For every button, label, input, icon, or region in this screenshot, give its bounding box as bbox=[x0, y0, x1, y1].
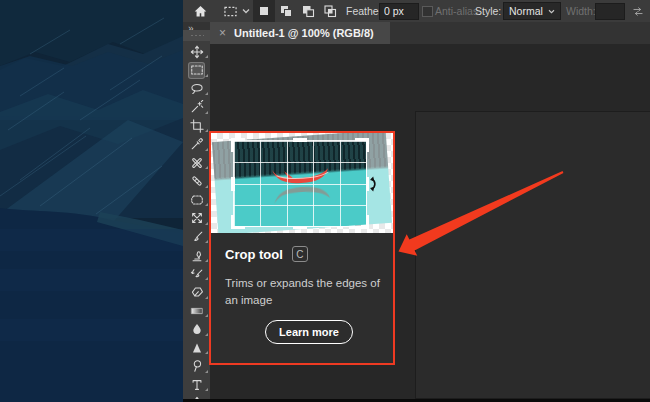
document-canvas[interactable] bbox=[415, 111, 650, 399]
crop-handle bbox=[231, 177, 235, 191]
style-select-value: Normal bbox=[509, 5, 543, 17]
lasso-icon bbox=[190, 82, 204, 96]
blur-tool[interactable] bbox=[189, 322, 204, 337]
crop-handle bbox=[231, 138, 245, 152]
desktop-wallpaper bbox=[0, 0, 183, 402]
gradient-tool[interactable] bbox=[189, 303, 204, 318]
spot-healing-icon bbox=[190, 156, 204, 170]
marquee-preset-icon bbox=[223, 5, 238, 18]
history-brush-icon bbox=[190, 267, 204, 281]
crop-handle bbox=[293, 138, 307, 142]
workspace-exchange-button[interactable] bbox=[631, 0, 645, 22]
options-bar: Feather: Anti-alias Style: Normal Width: bbox=[183, 0, 650, 23]
tab-close-icon[interactable]: × bbox=[219, 27, 226, 39]
crop-handle bbox=[231, 215, 245, 229]
rotate-cursor-icon bbox=[367, 175, 379, 193]
anti-alias-checkbox[interactable] bbox=[422, 6, 433, 17]
width-label: Width: bbox=[566, 5, 596, 17]
water-drop-icon bbox=[190, 322, 204, 336]
intersect-selection-button[interactable] bbox=[319, 0, 341, 22]
document-tab-bar: » × Untitled-1 @ 100% (RGB/8) bbox=[183, 22, 650, 44]
patch-tool[interactable] bbox=[189, 192, 204, 207]
grip-dots-icon bbox=[190, 34, 204, 38]
style-label: Style: bbox=[475, 5, 501, 17]
learn-more-button[interactable]: Learn more bbox=[265, 320, 353, 344]
crossed-arrows-icon bbox=[190, 211, 204, 225]
chevron-down-icon bbox=[548, 9, 555, 14]
new-selection-icon bbox=[256, 3, 272, 19]
type-icon bbox=[190, 378, 204, 392]
content-aware-move-tool[interactable] bbox=[189, 211, 204, 226]
add-to-selection-button[interactable] bbox=[275, 0, 297, 22]
tooltip-preview-image bbox=[211, 133, 393, 233]
patch-icon bbox=[190, 193, 204, 207]
eyedropper-icon bbox=[190, 137, 204, 151]
crop-bounding-box bbox=[233, 140, 367, 227]
selection-mode-group bbox=[253, 0, 341, 22]
crop-tool-tooltip: Crop tool C Trims or expands the edges o… bbox=[209, 131, 395, 365]
spot-healing-brush-tool[interactable] bbox=[189, 155, 204, 170]
crop-tool[interactable] bbox=[189, 118, 204, 133]
clone-stamp-tool[interactable] bbox=[189, 248, 204, 263]
wallpaper-mountains-image bbox=[0, 0, 183, 402]
healing-brush-tool[interactable] bbox=[189, 174, 204, 189]
history-brush-tool[interactable] bbox=[189, 266, 204, 281]
subtract-from-selection-button[interactable] bbox=[297, 0, 319, 22]
add-to-selection-icon bbox=[278, 3, 294, 19]
shortcut-key-badge: C bbox=[292, 246, 308, 262]
screenshot-root: Feather: Anti-alias Style: Normal Width: bbox=[0, 0, 650, 402]
photoshop-window: Feather: Anti-alias Style: Normal Width: bbox=[183, 0, 650, 402]
tool-preset-button[interactable] bbox=[223, 0, 250, 22]
crop-handle bbox=[355, 215, 369, 229]
style-select[interactable]: Normal bbox=[503, 2, 561, 20]
dodge-icon bbox=[190, 359, 204, 373]
new-selection-button[interactable] bbox=[253, 0, 275, 22]
exchange-arrows-icon bbox=[631, 5, 645, 18]
eraser-tool[interactable] bbox=[189, 285, 204, 300]
home-button[interactable] bbox=[193, 0, 208, 22]
crop-handle bbox=[293, 226, 307, 230]
document-tab[interactable]: × Untitled-1 @ 100% (RGB/8) bbox=[210, 22, 390, 44]
magic-wand-tool[interactable] bbox=[189, 100, 204, 115]
tool-palette bbox=[183, 30, 210, 399]
dodge-tool[interactable] bbox=[189, 359, 204, 374]
feather-input[interactable] bbox=[379, 3, 419, 20]
eraser-icon bbox=[190, 285, 204, 299]
move-tool[interactable] bbox=[189, 44, 204, 59]
tooltip-title: Crop tool bbox=[225, 247, 283, 262]
crop-icon bbox=[190, 119, 204, 133]
tab-title: Untitled-1 @ 100% (RGB/8) bbox=[234, 27, 374, 39]
chevron-down-icon bbox=[242, 8, 250, 14]
marquee-icon bbox=[190, 63, 204, 77]
tooltip-body: Crop tool C Trims or expands the edges o… bbox=[211, 233, 393, 344]
subtract-from-selection-icon bbox=[300, 3, 316, 19]
healing-brush-icon bbox=[190, 174, 204, 188]
brush-tool[interactable] bbox=[189, 229, 204, 244]
eyedropper-tool[interactable] bbox=[189, 137, 204, 152]
home-icon bbox=[193, 4, 208, 19]
rectangular-marquee-tool[interactable] bbox=[189, 63, 204, 78]
intersect-selection-icon bbox=[322, 3, 338, 19]
clone-stamp-icon bbox=[190, 248, 204, 262]
width-input[interactable] bbox=[595, 3, 625, 20]
crop-handle bbox=[355, 138, 369, 152]
gradient-icon bbox=[190, 304, 204, 318]
move-icon bbox=[190, 45, 204, 59]
tooltip-description: Trims or expands the edges of an image bbox=[225, 275, 381, 308]
sharpen-tool[interactable] bbox=[189, 340, 204, 355]
magic-wand-icon bbox=[190, 100, 204, 114]
lasso-tool[interactable] bbox=[189, 81, 204, 96]
brush-icon bbox=[190, 230, 204, 244]
palette-drag-handle[interactable] bbox=[183, 30, 210, 41]
triangle-icon bbox=[190, 341, 204, 355]
anti-alias-label: Anti-alias bbox=[435, 5, 478, 17]
type-tool[interactable] bbox=[189, 377, 204, 392]
